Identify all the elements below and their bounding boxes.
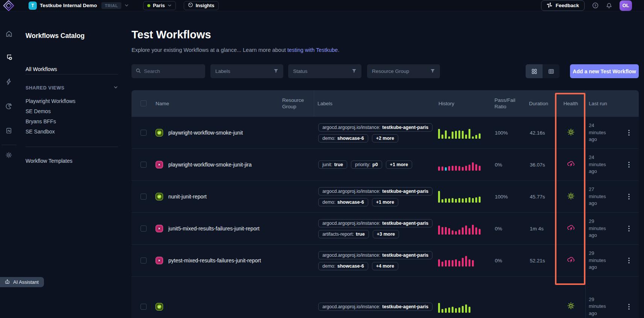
resource-group-filter[interactable]: Resource Group	[367, 64, 440, 78]
workflow-name[interactable]: playwright-workflow-smoke-junit	[168, 130, 243, 136]
label-chip[interactable]: priority:p0	[351, 161, 382, 169]
history-bars[interactable]	[438, 159, 481, 171]
more-labels-chip[interactable]: +4 more	[372, 262, 398, 270]
column-header-resource-group-label: Resource Group	[282, 97, 314, 110]
history-bars[interactable]	[438, 254, 474, 267]
row-checkbox[interactable]	[141, 257, 147, 263]
row-actions-menu[interactable]	[619, 117, 639, 148]
label-chip[interactable]: demo:showcase-6	[318, 134, 368, 142]
workflow-name-cell[interactable]: playwright-workflow-smoke-junit-jira	[154, 149, 277, 180]
shared-views-list: Playwright WorkflowsSE DemosBryans BFFsS…	[26, 96, 76, 137]
last-run-text: 29 minutes ago	[589, 296, 611, 317]
status-filter[interactable]: Status	[288, 64, 361, 78]
history-bar	[462, 306, 464, 313]
settings-gear-icon[interactable]	[5, 151, 12, 160]
search-input[interactable]	[144, 68, 201, 74]
label-chip[interactable]: argocd.argoproj.io/instance:testkube-age…	[318, 123, 432, 132]
row-actions-menu[interactable]	[619, 181, 639, 212]
workflow-name[interactable]: pytest-mixed-results-failures-junit-repo…	[168, 257, 261, 263]
workflow-name-cell[interactable]	[154, 277, 277, 318]
history-bar	[438, 226, 440, 235]
select-all-checkbox	[132, 90, 154, 117]
row-actions-menu[interactable]	[619, 149, 639, 180]
history-bar	[469, 197, 470, 203]
workflow-name[interactable]: playwright-workflow-smoke-junit-jira	[168, 162, 252, 168]
workflow-name-cell[interactable]: junit5-mixed-results-failures-junit-repo…	[154, 213, 277, 244]
workflow-name[interactable]: junit5-mixed-results-failures-junit-repo…	[168, 226, 260, 232]
notifications-bell-button[interactable]	[606, 3, 612, 9]
grid-view-button[interactable]	[526, 64, 543, 78]
sidebar-item-shared-view-2[interactable]: Bryans BFFs	[26, 117, 76, 127]
row-checkbox[interactable]	[141, 304, 147, 310]
reports-pie-nav-icon[interactable]	[5, 103, 12, 111]
feedback-button[interactable]: Feedback	[541, 0, 585, 11]
row-checkbox[interactable]	[141, 194, 147, 200]
history-bars[interactable]	[438, 301, 470, 313]
workflow-name-cell[interactable]: pytest-mixed-results-failures-junit-repo…	[154, 245, 277, 276]
workflows-nav-icon[interactable]	[5, 53, 13, 63]
history-bar	[438, 303, 440, 313]
label-chip[interactable]: demo:showcase-6	[318, 262, 368, 270]
label-key: argocd.argoproj.io/instance:	[322, 253, 380, 258]
labels-cell: argocd.argoproj.io/instance:testkube-age…	[314, 117, 436, 148]
row-actions-menu[interactable]	[619, 213, 639, 244]
label-chip-row: demo:showcase-6+4 more	[318, 262, 398, 270]
home-nav-icon[interactable]	[5, 30, 13, 39]
testing-with-testkube-link[interactable]: testing with Testkube	[287, 47, 338, 53]
column-header-last-run-label: Last run	[589, 100, 607, 107]
history-bars[interactable]	[438, 223, 481, 235]
history-bars[interactable]	[438, 127, 481, 139]
sidebar-item-workflow-templates[interactable]: Workflow Templates	[26, 158, 73, 164]
label-chip[interactable]: argocd.argoproj.io/instance:testkube-age…	[318, 187, 432, 195]
table-row: pytest-mixed-results-failures-junit-repo…	[132, 244, 639, 276]
column-header-name: Name	[154, 90, 277, 117]
label-chip[interactable]: artifacts-report:true	[318, 230, 369, 238]
label-chip-row: junit:truepriority:p0+1 more	[318, 161, 412, 169]
label-chip[interactable]: argocd.argoproj.io/instance:testkube-age…	[318, 251, 432, 259]
history-bar	[472, 225, 474, 235]
ai-assistant-button[interactable]: AI Assistant	[0, 277, 44, 287]
row-actions-menu[interactable]	[619, 245, 639, 276]
history-bars[interactable]	[438, 191, 481, 203]
workflow-name-cell[interactable]: nunit-junit-report	[154, 181, 277, 212]
label-chip[interactable]: argocd.argoproj.io/instance:testkube-age…	[318, 219, 432, 227]
history-bar	[441, 199, 443, 203]
shared-views-header[interactable]: SHARED VIEWS	[26, 85, 118, 91]
row-actions-menu[interactable]	[619, 277, 639, 318]
table-view-button[interactable]	[543, 64, 559, 78]
history-bar	[469, 165, 470, 171]
more-labels-chip[interactable]: +3 more	[373, 230, 399, 238]
history-bar	[479, 197, 481, 203]
more-labels-chip[interactable]: +2 more	[372, 134, 398, 142]
slack-icon	[547, 2, 552, 9]
help-button[interactable]: ?	[592, 2, 599, 9]
labels-filter[interactable]: Labels	[210, 64, 283, 78]
more-labels-chip[interactable]: +1 more	[372, 198, 398, 206]
health-sun-icon	[567, 129, 574, 137]
resource-group-cell	[277, 149, 314, 180]
sidebar-item-shared-view-0[interactable]: Playwright Workflows	[26, 96, 76, 106]
label-chip[interactable]: argocd.argoproj.io/instance:testkube-age…	[318, 303, 432, 311]
label-chip-row: argocd.argoproj.io/instance:testkube-age…	[318, 251, 432, 259]
workflow-name-cell[interactable]: playwright-workflow-smoke-junit	[154, 117, 277, 148]
workflow-name[interactable]: nunit-junit-report	[168, 194, 207, 200]
environment-selector[interactable]: Paris	[143, 1, 176, 10]
label-value: showcase-6	[337, 200, 364, 205]
select-all-checkbox-box[interactable]	[141, 100, 147, 106]
sidebar-item-shared-view-1[interactable]: SE Demos	[26, 106, 76, 117]
row-checkbox[interactable]	[141, 162, 147, 168]
status-clipboard-nav-icon[interactable]	[5, 127, 12, 136]
sidebar-item-shared-view-3[interactable]: SE Sandbox	[26, 127, 76, 137]
add-test-workflow-button[interactable]: Add a new Test Workflow	[570, 64, 639, 78]
insights-button[interactable]: Insights	[184, 1, 219, 10]
row-checkbox[interactable]	[141, 130, 147, 136]
sidebar-divider	[26, 147, 118, 147]
org-selector[interactable]: T Testkube Internal Demo TRIAL	[29, 2, 129, 10]
user-avatar[interactable]: OL	[620, 0, 632, 11]
label-chip[interactable]: junit:true	[318, 161, 347, 169]
label-chip[interactable]: demo:showcase-6	[318, 198, 368, 206]
runs-lightning-nav-icon[interactable]	[5, 78, 12, 87]
row-checkbox[interactable]	[141, 226, 147, 232]
sidebar-item-all-workflows[interactable]: All Workflows	[26, 66, 57, 72]
more-labels-chip[interactable]: +1 more	[386, 161, 412, 169]
